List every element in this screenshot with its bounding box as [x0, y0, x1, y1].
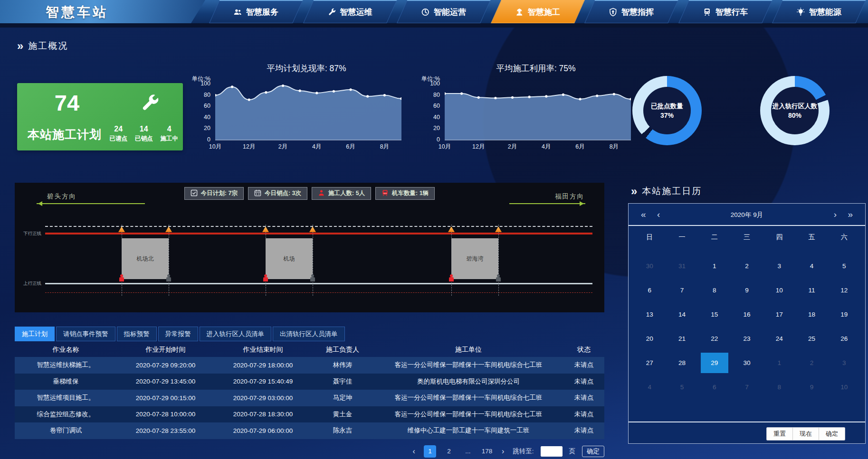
calendar-week-row: 45678910: [633, 375, 860, 399]
table-row[interactable]: 智慧运维扶梯施工。2020-07-29 09:20:002020-07-29 1…: [15, 357, 604, 374]
calendar-day[interactable]: 4: [795, 254, 828, 278]
page-number-178[interactable]: 178: [481, 445, 493, 458]
worklist-tab-2[interactable]: 请销点事件预警: [56, 327, 115, 341]
alarm-icon: [118, 226, 125, 232]
worklist-table-body: 智慧运维扶梯施工。2020-07-29 09:20:002020-07-29 1…: [15, 357, 604, 439]
calendar-day[interactable]: 16: [731, 302, 763, 327]
worklist-tab-5[interactable]: 进入轨行区人员清单: [200, 327, 272, 341]
y-axis-tick: 60: [417, 103, 440, 109]
worklist-tab-4[interactable]: 异常报警: [158, 327, 198, 341]
nav-tab-label: 智慧施工: [528, 7, 560, 18]
nav-tab-3[interactable]: 智能运营: [397, 0, 490, 23]
confirm-button[interactable]: 确定: [819, 428, 845, 440]
calendar-day[interactable]: 20: [633, 327, 666, 351]
nav-tab-6[interactable]: 智慧行车: [678, 0, 772, 23]
calendar-day[interactable]: 10: [828, 375, 860, 399]
calendar-day[interactable]: 2: [731, 254, 763, 278]
plan-count: 74: [17, 90, 117, 116]
calendar-day[interactable]: 7: [666, 278, 698, 302]
calendar-day[interactable]: 3: [763, 254, 795, 278]
worklist-tab-6[interactable]: 出清轨行区人员清单: [273, 327, 345, 341]
calendar-day[interactable]: 8: [698, 278, 731, 302]
table-row[interactable]: 智慧运维项目施工。2020-07-29 00:15:002020-07-29 0…: [15, 390, 604, 406]
nav-tab-5[interactable]: 智慧指挥: [584, 0, 678, 23]
table-row[interactable]: 垂梯维保2020-07-29 13:45:002020-07-29 15:40:…: [15, 374, 604, 390]
calendar-day[interactable]: 18: [795, 302, 828, 327]
calendar-day[interactable]: 5: [666, 375, 698, 399]
x-axis-tick: 10月: [439, 143, 451, 151]
calendar-day[interactable]: 30: [633, 254, 666, 278]
calendar-day[interactable]: 21: [666, 327, 698, 351]
direction-right-label: 福田方向: [555, 192, 584, 201]
x-axis-tick: 2月: [508, 143, 517, 151]
station-box: 碧海湾: [451, 238, 498, 279]
calendar-day[interactable]: 23: [731, 327, 763, 351]
calendar-day[interactable]: 9: [731, 278, 763, 302]
wrench-icon: [140, 93, 160, 114]
wrench-icon: [327, 8, 336, 16]
calendar-section-title: 本站施工日历: [642, 185, 702, 197]
calendar-day[interactable]: 5: [828, 254, 860, 278]
calendar-day[interactable]: 11: [795, 278, 828, 302]
calendar-day[interactable]: 27: [633, 351, 666, 375]
table-row[interactable]: 卷帘门调试2020-07-28 23:55:002020-07-29 06:00…: [15, 422, 604, 439]
calendar-week-row: 303112345: [633, 254, 860, 278]
calendar-day[interactable]: 8: [763, 375, 795, 399]
calendar-day[interactable]: 4: [633, 375, 666, 399]
calendar-day[interactable]: 26: [828, 327, 860, 351]
calendar-day[interactable]: 28: [666, 351, 698, 375]
next-month-button[interactable]: ›: [834, 209, 837, 220]
calendar-day[interactable]: 17: [763, 302, 795, 327]
next-page-button[interactable]: ›: [500, 447, 506, 456]
worklist-tab-3[interactable]: 指标预警: [117, 327, 157, 341]
calendar-day[interactable]: 9: [795, 375, 828, 399]
y-axis-tick: 80: [417, 92, 440, 98]
jump-label: 跳转至:: [513, 447, 534, 456]
worklist-tabs: 施工计划请销点事件预警指标预警异常报警进入轨行区人员清单出清轨行区人员清单: [15, 327, 345, 341]
calendar-day[interactable]: 15: [698, 302, 731, 327]
page-jump-input[interactable]: [541, 446, 563, 457]
calendar-day[interactable]: 10: [763, 278, 795, 302]
jump-confirm-button[interactable]: 确定: [582, 446, 604, 457]
calendar-day[interactable]: 24: [763, 327, 795, 351]
y-axis-tick: 0: [417, 136, 440, 143]
calendar-day[interactable]: 6: [698, 375, 731, 399]
calendar-day[interactable]: 12: [828, 278, 860, 302]
calendar-day[interactable]: 30: [731, 351, 763, 375]
worker-marker-gray: [310, 277, 315, 281]
worklist-tab-1[interactable]: 施工计划: [15, 327, 55, 341]
now-button[interactable]: 现在: [792, 428, 819, 440]
reset-button[interactable]: 重置: [767, 428, 792, 440]
train-icon: [703, 8, 712, 17]
calendar-day[interactable]: 25: [795, 327, 828, 351]
nav-tab-1[interactable]: 智慧服务: [209, 0, 303, 23]
page-number-2[interactable]: 2: [443, 445, 455, 458]
calendar-day[interactable]: 1: [763, 351, 795, 375]
calendar-day[interactable]: 7: [731, 375, 763, 399]
calendar-day[interactable]: 31: [666, 254, 698, 278]
calendar-day[interactable]: 22: [698, 327, 731, 351]
column-header: 状态: [563, 346, 604, 354]
calendar-day[interactable]: 14: [666, 302, 698, 327]
calendar-day[interactable]: 2: [795, 351, 828, 375]
track-badge-1: 今日计划: 7宗: [184, 187, 244, 200]
y-axis-tick: 60: [188, 103, 210, 109]
calendar-day[interactable]: 6: [633, 278, 666, 302]
nav-tab-2[interactable]: 智慧运维: [303, 0, 397, 23]
nav-tab-7[interactable]: 智慧能源: [773, 0, 866, 23]
page-number-1[interactable]: 1: [424, 445, 436, 458]
calendar-day[interactable]: 1: [698, 254, 731, 278]
y-axis-tick: 100: [417, 80, 440, 87]
y-axis-tick: 40: [417, 114, 440, 121]
table-cell: 综合监控组态修改。: [15, 410, 117, 419]
next-year-button[interactable]: »: [848, 209, 853, 220]
nav-tab-4[interactable]: 智慧施工: [491, 0, 584, 23]
alarm-icon: [165, 226, 172, 232]
calendar-day-selected[interactable]: 29: [698, 351, 731, 375]
calendar-day[interactable]: 19: [828, 302, 860, 327]
nav-tab-label: 智慧行车: [715, 7, 748, 18]
table-row[interactable]: 综合监控组态修改。2020-07-28 10:00:002020-07-28 1…: [15, 406, 604, 423]
calendar-day[interactable]: 3: [828, 351, 860, 375]
calendar-day[interactable]: 13: [633, 302, 666, 327]
prev-page-button[interactable]: ‹: [411, 447, 417, 456]
